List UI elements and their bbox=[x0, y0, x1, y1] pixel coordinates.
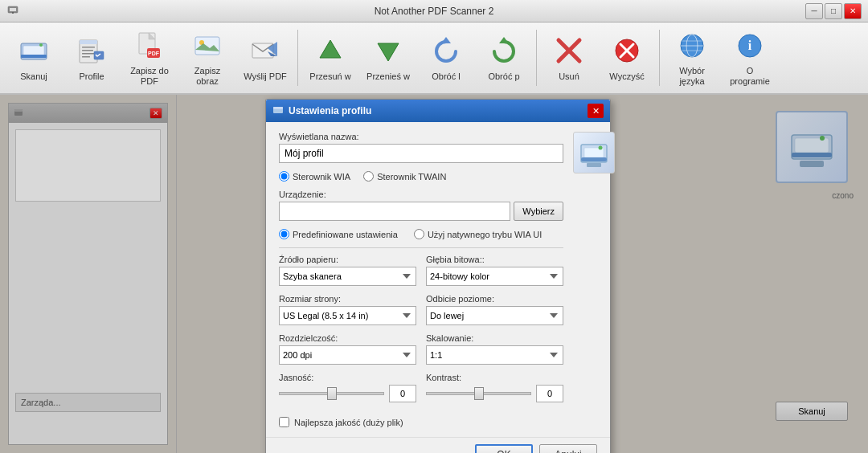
device-input-row: Wybierz bbox=[279, 202, 563, 221]
display-name-input[interactable] bbox=[279, 144, 563, 163]
image-icon bbox=[190, 29, 225, 63]
source-select[interactable]: Szyba skanera Podajnik dokumentów bbox=[279, 267, 416, 286]
contrast-slider-row bbox=[426, 385, 563, 402]
cancel-button[interactable]: Anuluj bbox=[539, 444, 597, 453]
dialog-body: Wyświetlana nazwa: Sterownik WIA Sterown… bbox=[266, 122, 610, 437]
resolution-select[interactable]: 200 dpi 300 dpi bbox=[279, 345, 416, 365]
device-input[interactable] bbox=[279, 202, 510, 221]
toolbar-label-usun: Usuń bbox=[559, 71, 579, 82]
toolbar-separator-1 bbox=[297, 30, 298, 86]
best-quality-checkbox[interactable] bbox=[279, 417, 289, 427]
svg-rect-40 bbox=[273, 107, 283, 109]
settings-col-right: Głębia bitowa:: 24-bitowy kolor 8-bitowy… bbox=[426, 255, 563, 410]
info-icon: i bbox=[732, 29, 768, 63]
toolbar-item-obrot-p[interactable]: Obróć p bbox=[477, 26, 531, 90]
dialog-title-area: Ustawienia profilu bbox=[272, 104, 371, 118]
reflection-group: Odbicie poziome: Do lewej Do prawej bbox=[426, 294, 563, 325]
brightness-label: Jasność: bbox=[279, 373, 416, 382]
toolbar-item-przesun-gore[interactable]: Przesuń w bbox=[303, 26, 358, 90]
radio-twain[interactable] bbox=[363, 171, 374, 182]
dialog-side bbox=[573, 132, 615, 427]
scanner-icon bbox=[16, 33, 51, 68]
svg-point-2 bbox=[12, 12, 14, 14]
contrast-value[interactable] bbox=[536, 385, 563, 402]
device-group: Urządzenie: Wybierz bbox=[279, 190, 563, 221]
toolbar-label-przesun-dol: Przenieś w bbox=[366, 71, 410, 82]
app-close-button[interactable]: ✕ bbox=[844, 3, 862, 19]
arrow-down-icon bbox=[371, 33, 406, 68]
maximize-button[interactable]: □ bbox=[825, 3, 842, 19]
svg-rect-5 bbox=[21, 55, 47, 58]
radio-native-wia[interactable] bbox=[414, 229, 424, 239]
radio-wia[interactable] bbox=[279, 171, 289, 182]
brightness-group: Jasność: bbox=[279, 373, 416, 402]
toolbar-item-o-programie[interactable]: i O programie bbox=[723, 26, 777, 90]
dialog-main-content: Wyświetlana nazwa: Sterownik WIA Sterown… bbox=[279, 132, 563, 427]
toolbar-item-przesun-dol[interactable]: Przenieś w bbox=[361, 26, 416, 90]
radio-label-wia[interactable]: Sterownik WIA bbox=[279, 171, 350, 182]
title-bar-controls: ─ □ ✕ bbox=[805, 3, 862, 19]
toolbar-item-usun[interactable]: Usuń bbox=[542, 26, 596, 90]
page-size-label: Rozmiar strony: bbox=[279, 294, 416, 304]
reflection-select[interactable]: Do lewej Do prawej bbox=[426, 306, 563, 325]
brightness-value[interactable] bbox=[389, 385, 416, 402]
ok-button[interactable]: OK bbox=[475, 444, 533, 453]
dialog-title-text: Ustawienia profilu bbox=[289, 105, 371, 116]
radio-preset[interactable] bbox=[279, 229, 289, 239]
preset-radio-group: Predefiniowane ustawienia Użyj natywnego… bbox=[279, 229, 563, 239]
radio-label-twain[interactable]: Sterownik TWAIN bbox=[363, 171, 446, 182]
toolbar-item-wybor-jezyka[interactable]: Wybór języka bbox=[665, 26, 719, 90]
svg-point-44 bbox=[599, 146, 603, 150]
toolbar-label-obrot-l: Obróć l bbox=[432, 71, 460, 82]
toolbar-label-obrot-p: Obróć p bbox=[488, 71, 519, 82]
settings-dialog: Ustawienia profilu ✕ Wyświetlana nazwa: … bbox=[265, 99, 611, 453]
toolbar-label-wyslij-pdf: Wyślij PDF bbox=[244, 71, 287, 82]
app-title: Not Another PDF Scanner 2 bbox=[375, 6, 494, 17]
dialog-footer: OK Anuluj bbox=[266, 437, 610, 453]
settings-col-left: Źródło papieru: Szyba skanera Podajnik d… bbox=[279, 255, 416, 410]
contrast-group: Kontrast: bbox=[426, 373, 563, 402]
choose-button[interactable]: Wybierz bbox=[514, 202, 563, 221]
color-depth-select[interactable]: 24-bitowy kolor 8-bitowy szary bbox=[426, 267, 563, 286]
color-depth-group: Głębia bitowa:: 24-bitowy kolor 8-bitowy… bbox=[426, 255, 563, 286]
title-bar-left bbox=[6, 3, 19, 18]
dialog-close-button[interactable]: ✕ bbox=[588, 104, 604, 118]
svg-rect-1 bbox=[10, 8, 16, 11]
svg-text:PDF: PDF bbox=[148, 51, 160, 56]
svg-rect-45 bbox=[587, 163, 601, 167]
toolbar-label-profile: Profile bbox=[79, 71, 104, 82]
toolbar-item-skanuj[interactable]: Skanuj bbox=[6, 26, 61, 90]
title-bar: Not Another PDF Scanner 2 ─ □ ✕ bbox=[0, 0, 868, 22]
contrast-label: Kontrast: bbox=[426, 373, 563, 382]
toolbar-item-obrot-l[interactable]: Obróć l bbox=[419, 26, 473, 90]
toolbar: Skanuj Profile PDF bbox=[0, 22, 868, 95]
toolbar-label-o-programie: O programie bbox=[727, 66, 773, 87]
radio-label-native-wia[interactable]: Użyj natywnego trybu WIA UI bbox=[414, 229, 542, 239]
radio-label-preset[interactable]: Predefiniowane ustawienia bbox=[279, 229, 398, 239]
svg-rect-10 bbox=[82, 50, 93, 51]
arrow-up-icon bbox=[313, 33, 348, 68]
toolbar-item-profile[interactable]: Profile bbox=[64, 26, 119, 90]
toolbar-label-wybor-jezyka: Wybór języka bbox=[669, 66, 715, 87]
app-icon bbox=[6, 3, 19, 18]
toolbar-item-zapisz-pdf[interactable]: PDF Zapisz doPDF bbox=[122, 26, 177, 90]
dialog-scanner-icon bbox=[573, 132, 615, 173]
page-size-group: Rozmiar strony: US Legal (8.5 x 14 in) A… bbox=[279, 294, 416, 325]
toolbar-label-zapisz-pdf: Zapisz doPDF bbox=[130, 66, 169, 87]
scaling-select[interactable]: 1:1 1:2 bbox=[426, 345, 563, 365]
page-size-select[interactable]: US Legal (8.5 x 14 in) A4 bbox=[279, 306, 416, 325]
rotate-left-icon bbox=[428, 33, 464, 68]
minimize-button[interactable]: ─ bbox=[805, 3, 823, 19]
svg-rect-8 bbox=[80, 40, 97, 44]
scaling-group: Skalowanie: 1:1 1:2 bbox=[426, 333, 563, 365]
contrast-slider[interactable] bbox=[426, 392, 531, 395]
toolbar-separator-3 bbox=[659, 30, 660, 86]
toolbar-item-zapisz-obraz[interactable]: Zapisz obraz bbox=[180, 26, 235, 90]
toolbar-separator-2 bbox=[536, 30, 537, 86]
display-name-group: Wyświetlana nazwa: bbox=[279, 132, 563, 163]
brightness-slider[interactable] bbox=[279, 392, 384, 395]
toolbar-item-wyslij-pdf[interactable]: Wyślij PDF bbox=[238, 26, 293, 90]
email-icon bbox=[248, 33, 283, 68]
toolbar-item-wyczysc[interactable]: Wyczyść bbox=[600, 26, 654, 90]
toolbar-label-przesun-gore: Przesuń w bbox=[309, 71, 350, 82]
